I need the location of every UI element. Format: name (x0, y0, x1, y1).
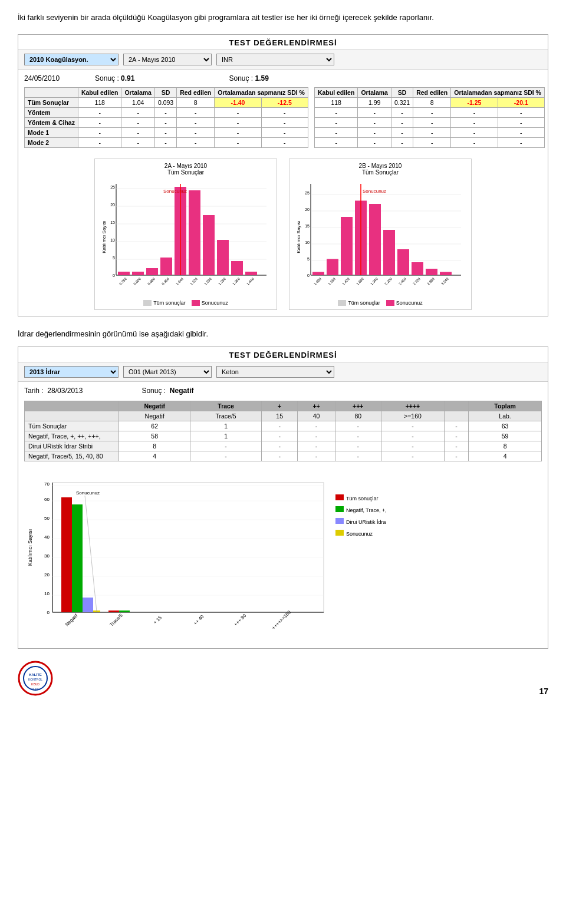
koagulasyon-title: TEST DEĞERLENDİRMESİ (18, 35, 548, 50)
table-cell: - (177, 127, 215, 137)
table-cell: - (358, 127, 391, 137)
table-cell: - (498, 117, 544, 127)
svg-text:Sonucunuz: Sonucunuz (76, 490, 100, 496)
period-select[interactable]: 2A - Mayıs 2010 (123, 54, 212, 65)
svg-rect-21 (217, 240, 229, 275)
idrar-analyte-select[interactable]: Keton (216, 366, 334, 378)
table-cell: - (121, 107, 155, 117)
table-cell: - (177, 107, 215, 117)
idrar-table-cell: 8 (119, 441, 190, 451)
svg-text:2.460: 2.460 (398, 276, 407, 285)
table-cell: - (413, 107, 451, 117)
chart2-title: 2B - Mayıs 2010 Tüm Sonuçlar (293, 163, 468, 176)
svg-rect-59 (440, 272, 452, 275)
idrar-header-row: Negatif Trace + ++ +++ ++++ Toplam (25, 401, 542, 411)
idrar-chart: 0 10 20 30 40 50 60 70 Katılımcı Sayısı (18, 472, 548, 648)
table-cell: - (154, 107, 176, 117)
svg-text:5: 5 (113, 256, 115, 260)
chart1-legend: Tüm sonuçlar Sonucunuz (98, 300, 273, 306)
table-cell: 118 (78, 97, 121, 107)
table-cell: - (154, 137, 176, 147)
svg-rect-50 (312, 272, 324, 275)
table-cell: - (451, 137, 498, 147)
table-cell: - (314, 137, 357, 147)
table-cell: - (215, 107, 261, 117)
svg-text:0.806: 0.806 (133, 276, 142, 285)
svg-text:Sonucunuz: Sonucunuz (363, 189, 386, 194)
table-cell: - (121, 127, 155, 137)
svg-rect-92 (61, 497, 72, 612)
table-cell: - (498, 127, 544, 137)
table-cell: - (78, 117, 121, 127)
svg-text:Sonucunuz: Sonucunuz (346, 531, 373, 537)
svg-text:40: 40 (44, 534, 50, 540)
table-cell: -1.25 (451, 97, 498, 107)
analyte-select[interactable]: INR (216, 54, 334, 65)
table-cell: - (215, 137, 261, 147)
idrar-table-cell: - (381, 431, 445, 441)
svg-text:1.030: 1.030 (313, 276, 322, 285)
table-cell: - (498, 107, 544, 117)
table-cell: - (413, 137, 451, 147)
svg-text:10: 10 (110, 238, 115, 242)
idrar-table-cell: 62 (119, 421, 190, 431)
idrar-row-label: Dirui URistik İdrar Stribi (25, 441, 119, 451)
table-cell: - (391, 127, 413, 137)
svg-rect-51 (327, 259, 338, 275)
table-cell: - (261, 117, 308, 127)
table-cell: - (358, 107, 391, 117)
idrar-table-cell: 8 (469, 441, 542, 451)
svg-rect-57 (412, 262, 423, 275)
svg-text:1.046: 1.046 (175, 276, 184, 285)
svg-text:0: 0 (47, 610, 50, 615)
idrar-table-cell: - (444, 421, 468, 431)
table-cell: -1.40 (215, 97, 261, 107)
idrar-table-cell: - (381, 451, 445, 461)
idrar-result: Sonuç : Negatif (142, 387, 193, 395)
table-cell: - (261, 107, 308, 117)
logo-area: KALİTE KONTROL KBUD KBUDEK (18, 661, 53, 696)
idrar-program-select[interactable]: 2013 İdrar (24, 366, 119, 378)
svg-text:20: 20 (110, 203, 115, 207)
svg-rect-55 (383, 230, 395, 275)
svg-text:KBUD: KBUD (31, 682, 40, 686)
idrar-period-select[interactable]: Ö01 (Mart 2013) (123, 366, 212, 378)
svg-text:1.206: 1.206 (203, 276, 212, 285)
table-cell: - (215, 117, 261, 127)
koagulasyon-table-area: 24/05/2010 Sonuç : 0.91 Sonuç : 1.59 Kab… (18, 70, 548, 153)
logo-icon: KALİTE KONTROL KBUD KBUDEK (18, 661, 53, 696)
svg-text:Negatif: Negatif (64, 613, 79, 628)
svg-rect-58 (426, 269, 437, 275)
svg-text:Katılımcı Sayısı: Katılımcı Sayısı (101, 220, 107, 253)
table-cell: 0.321 (391, 97, 413, 107)
table-cell: - (154, 117, 176, 127)
svg-text:5: 5 (307, 257, 310, 261)
idrar-table-cell: 58 (119, 431, 190, 441)
idrar-table-cell: 1 (190, 421, 261, 431)
svg-rect-14 (118, 272, 130, 275)
svg-text:25: 25 (305, 191, 310, 195)
table-cell: 118 (314, 97, 357, 107)
idrar-table: Negatif Trace + ++ +++ ++++ Toplam Negat… (24, 401, 542, 461)
svg-rect-16 (146, 268, 158, 275)
chart2-legend: Tüm sonuçlar Sonucunuz (293, 300, 468, 306)
idrar-table-cell: - (335, 421, 381, 431)
table-cell: - (78, 137, 121, 147)
table-cell: 8 (413, 97, 451, 107)
svg-text:50: 50 (44, 516, 50, 521)
idrar-table-cell: - (381, 441, 445, 451)
svg-text:Sonucunuz: Sonucunuz (163, 189, 187, 194)
table-cell: - (391, 137, 413, 147)
idrar-row-label: Negatif, Trace, +, ++, +++, (25, 431, 119, 441)
program-select[interactable]: 2010 Koagülasyon. (24, 54, 119, 65)
table-cell: - (413, 127, 451, 137)
idrar-subheader-row: Negatif Trace/5 15 40 80 >=160 Lab. (25, 411, 542, 421)
svg-text:1.160: 1.160 (327, 276, 336, 285)
svg-text:0.966: 0.966 (161, 276, 170, 285)
table-cell: 1.04 (121, 97, 155, 107)
svg-text:0.766: 0.766 (119, 276, 127, 285)
svg-text:15: 15 (305, 224, 310, 228)
svg-text:25: 25 (110, 185, 115, 189)
svg-text:1.420: 1.420 (341, 276, 350, 285)
chart1-title: 2A - Mayıs 2010 Tüm Sonuçlar (98, 163, 273, 176)
